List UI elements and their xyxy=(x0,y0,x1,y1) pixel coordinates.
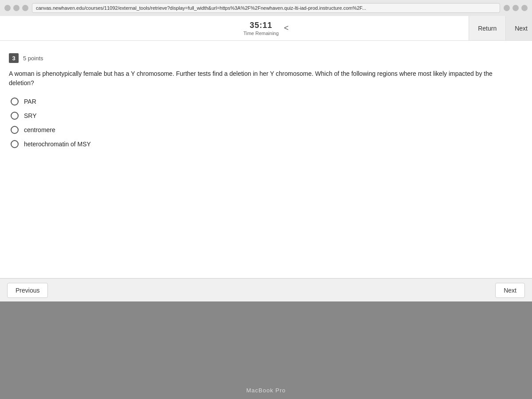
quiz-header: 35:11 Time Remaining < Return Next xyxy=(0,16,532,41)
return-button[interactable]: Return xyxy=(469,16,505,40)
url-text: canvas.newhaven.edu/courses/11092/extern… xyxy=(36,5,366,11)
option-text-heterochromatin: heterochromatin of MSY xyxy=(24,141,91,148)
quiz-content: 3 5 points A woman is phenotypically fem… xyxy=(0,41,532,278)
macbook-label: MacBook Pro xyxy=(246,387,286,394)
question-container: 3 5 points A woman is phenotypically fem… xyxy=(0,41,532,278)
next-footer-button[interactable]: Next xyxy=(495,283,525,298)
header-buttons: Return Next xyxy=(469,16,532,40)
next-header-button[interactable]: Next xyxy=(505,16,532,40)
answer-option-sry[interactable]: SRY xyxy=(11,112,519,120)
radio-heterochromatin[interactable] xyxy=(11,140,19,148)
nav-footer: Previous Next xyxy=(0,278,532,301)
radio-sry[interactable] xyxy=(11,112,19,120)
question-text: A woman is phenotypically female but has… xyxy=(9,69,519,88)
option-text-centromere: centromere xyxy=(24,126,55,133)
browser-right-icons xyxy=(504,5,528,11)
answer-option-heterochromatin[interactable]: heterochromatin of MSY xyxy=(11,140,519,148)
browser-dot xyxy=(13,5,20,11)
timer-label: Time Remaining xyxy=(243,31,279,36)
option-text-sry: SRY xyxy=(24,112,37,119)
answer-options: PAR SRY centromere heterochromatin of MS… xyxy=(9,98,519,148)
radio-par[interactable] xyxy=(11,98,19,106)
radio-centromere[interactable] xyxy=(11,126,19,134)
macbook-bezel: MacBook Pro xyxy=(0,301,532,399)
browser-icon xyxy=(521,5,528,11)
browser-icon xyxy=(512,5,519,11)
previous-button[interactable]: Previous xyxy=(7,283,48,298)
quiz-content-wrapper: 3 5 points A woman is phenotypically fem… xyxy=(0,41,532,301)
answer-option-par[interactable]: PAR xyxy=(11,98,519,106)
browser-dot xyxy=(4,5,11,11)
timer-section: 35:11 Time Remaining xyxy=(243,21,279,36)
option-text-par: PAR xyxy=(24,98,36,105)
question-header: 3 5 points xyxy=(9,53,519,63)
browser-dot xyxy=(22,5,28,11)
question-number-badge: 3 xyxy=(9,53,19,63)
browser-chrome: canvas.newhaven.edu/courses/11092/extern… xyxy=(0,0,532,16)
collapse-icon[interactable]: < xyxy=(284,23,289,33)
browser-icon xyxy=(504,5,510,11)
url-bar[interactable]: canvas.newhaven.edu/courses/11092/extern… xyxy=(32,3,500,13)
answer-option-centromere[interactable]: centromere xyxy=(11,126,519,134)
points-label: 5 points xyxy=(23,55,43,62)
browser-controls xyxy=(4,5,28,11)
timer-value: 35:11 xyxy=(250,21,272,30)
